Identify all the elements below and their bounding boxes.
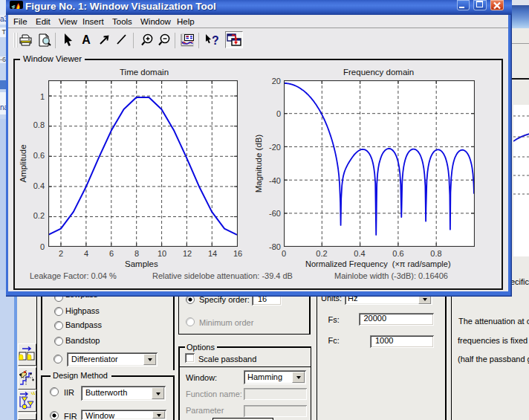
svg-text:?: ? (212, 34, 218, 47)
svg-text:A: A (82, 33, 91, 46)
